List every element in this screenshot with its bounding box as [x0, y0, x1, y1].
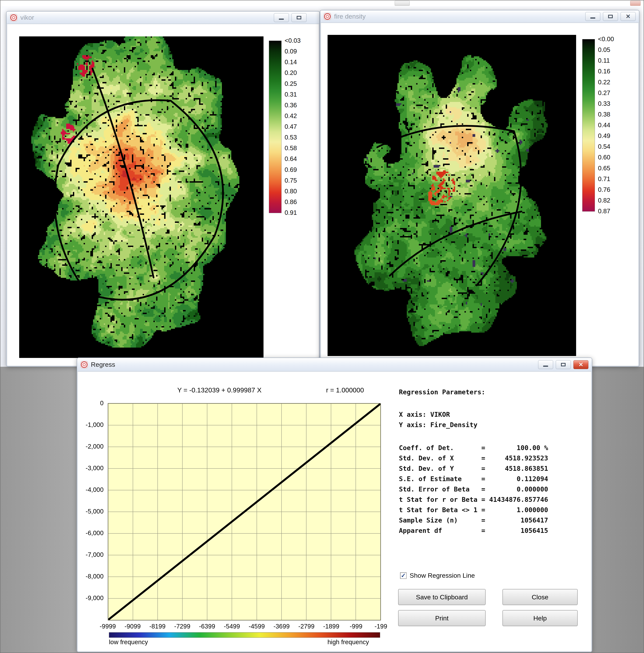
window-title: fire density: [334, 13, 366, 20]
legend-label: 0.91: [284, 209, 297, 216]
checkbox-box: ✓: [400, 572, 407, 579]
close-dialog-button[interactable]: Close: [503, 589, 578, 605]
legend-label: <0.00: [598, 35, 614, 43]
statistic-lines: Coeff. of Det. = 100.00 %Std. Dev. of X …: [399, 443, 548, 536]
legend-label: 0.14: [284, 58, 297, 66]
y-tick-label: -9,000: [86, 595, 104, 602]
fire-density-map-area: <0.000.050.110.160.220.270.330.380.440.4…: [321, 23, 639, 366]
legend-label: 0.58: [284, 144, 297, 152]
maximize-icon: [608, 15, 613, 18]
statistic-line: S.E. of Estimate = 0.112094: [399, 474, 548, 484]
check-icon: ✓: [401, 573, 406, 578]
y-tick-label: -6,000: [86, 529, 104, 537]
legend-label: 0.44: [598, 121, 610, 129]
close-button[interactable]: ✕: [621, 12, 636, 21]
legend-label: 0.42: [284, 112, 297, 120]
window-controls: ✕: [538, 360, 589, 369]
regress-titlebar[interactable]: Regress ✕: [77, 358, 592, 371]
x-tick-label: -9099: [124, 623, 141, 630]
vikor-map-canvas[interactable]: [19, 37, 263, 358]
legend-label: 0.80: [284, 188, 297, 195]
y-tick-label: -8,000: [86, 573, 104, 580]
maximize-button[interactable]: [556, 360, 571, 369]
axis-parameter-line: X axis: VIKOR: [399, 409, 477, 420]
x-tick-label: -8199: [150, 623, 165, 630]
minimize-button[interactable]: [538, 360, 553, 369]
top-strip: [0, 0, 644, 6]
legend-label: 0.49: [598, 132, 610, 140]
legend-label: 0.64: [284, 155, 297, 163]
fire-density-titlebar[interactable]: fire density ✕: [320, 10, 639, 23]
checkbox-label: Show Regression Line: [410, 572, 475, 579]
x-tick-label: -6399: [199, 623, 215, 630]
legend-label: 0.60: [598, 154, 610, 161]
regression-equation: Y = -0.132039 + 0.999987 X: [108, 386, 331, 394]
regress-window: Regress ✕ Y = -0.132039 + 0.999987 X r =…: [77, 358, 592, 652]
y-tick-label: 0: [100, 400, 104, 407]
y-tick-label: -1,000: [86, 421, 104, 429]
window-title: vikor: [20, 14, 34, 21]
maximize-button[interactable]: [292, 13, 306, 22]
minimize-button[interactable]: [274, 13, 289, 22]
app-icon: [324, 13, 331, 20]
vikor-window: vikor <0.030.090.140.200.250.310.360.420…: [6, 11, 320, 367]
y-tick-label: -2,000: [86, 443, 104, 450]
application-frame: vikor <0.030.090.140.200.250.310.360.420…: [0, 0, 644, 653]
show-regression-line-checkbox[interactable]: ✓ Show Regression Line: [400, 572, 475, 579]
axis-parameter-lines: X axis: VIKORY axis: Fire_Density: [399, 409, 477, 430]
low-frequency-label: low frequency: [109, 638, 148, 646]
high-frequency-label: high frequency: [327, 638, 369, 646]
window-controls: [274, 13, 306, 22]
close-button[interactable]: ✕: [573, 360, 589, 369]
x-tick-label: -2799: [298, 623, 314, 630]
window-title: Regress: [91, 361, 115, 368]
legend-label: 0.27: [598, 89, 610, 97]
x-tick-label: -9999: [100, 623, 116, 630]
close-icon: ✕: [626, 14, 630, 19]
statistic-line: Apparent df = 1056415: [399, 525, 548, 536]
app-icon: [10, 14, 17, 21]
app-icon: [80, 361, 88, 368]
window-controls: ✕: [585, 12, 636, 21]
scrollbar-fragment[interactable]: [395, 1, 410, 6]
maximize-icon: [561, 363, 566, 366]
vikor-map-area: <0.030.090.140.200.250.310.360.420.470.5…: [7, 24, 319, 366]
vikor-legend-labels: <0.030.090.140.200.250.310.360.420.470.5…: [284, 41, 319, 213]
y-tick-label: -3,000: [86, 464, 104, 472]
legend-label: 0.22: [598, 78, 610, 86]
regression-parameters-title: Regression Parameters:: [399, 388, 485, 396]
minimize-icon: [590, 18, 595, 19]
maximize-button[interactable]: [603, 12, 618, 21]
x-tick-label: -3699: [274, 623, 290, 630]
regression-plot: [108, 403, 381, 621]
minimize-icon: [543, 366, 548, 367]
statistic-line: t Stat for Beta <> 1 = 1.000000: [399, 505, 548, 515]
fire-density-window: fire density ✕ <0.000.050.110.160.220.27…: [320, 10, 639, 367]
statistic-line: t Stat for r or Beta = 41434876.857746: [399, 494, 548, 505]
x-tick-label: -5499: [224, 623, 240, 630]
x-tick-label: -999: [350, 623, 363, 630]
x-tick-label: -7299: [174, 623, 190, 630]
print-button[interactable]: Print: [398, 610, 486, 626]
legend-label: 0.05: [598, 46, 610, 53]
statistic-line: Std. Error of Beta = 0.000000: [399, 484, 548, 494]
axis-parameter-line: Y axis: Fire_Density: [399, 420, 477, 430]
minimize-button[interactable]: [585, 12, 600, 21]
save-to-clipboard-button[interactable]: Save to Clipboard: [398, 589, 486, 605]
fire-density-map-canvas[interactable]: [327, 35, 576, 356]
legend-label: <0.03: [284, 37, 301, 44]
legend-label: 0.38: [598, 111, 610, 118]
vikor-titlebar[interactable]: vikor: [6, 11, 320, 24]
x-tick-label: -4599: [249, 623, 265, 630]
legend-label: 0.75: [284, 177, 297, 184]
legend-label: 0.09: [284, 48, 297, 55]
y-tick-label: -7,000: [86, 551, 104, 558]
legend-label: 0.25: [284, 80, 297, 88]
fire-density-legend-ramp: [582, 39, 595, 212]
statistic-line: Std. Dev. of X = 4518.923523: [399, 453, 548, 463]
help-button[interactable]: Help: [503, 610, 578, 626]
legend-label: 0.87: [598, 208, 610, 215]
legend-label: 0.31: [284, 91, 297, 98]
x-tick-label: -1899: [323, 623, 339, 630]
close-fragment[interactable]: [630, 1, 641, 6]
